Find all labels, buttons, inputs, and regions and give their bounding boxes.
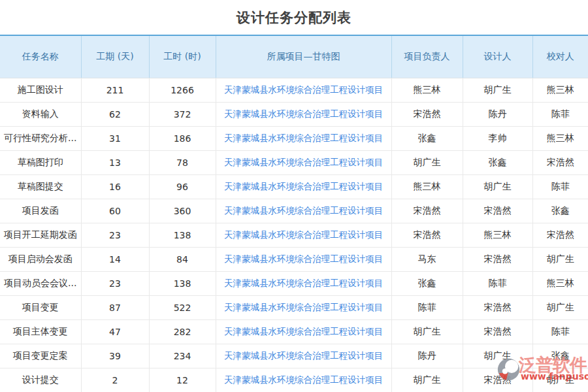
- task-name-cell: 项目主体变更: [0, 319, 81, 344]
- project-manager-cell: 张鑫: [391, 271, 463, 295]
- project-gantt-link[interactable]: 天津蒙城县水环境综合治理工程设计项目: [224, 133, 383, 143]
- task-name-cell: 设计提交: [0, 368, 81, 392]
- task-name-cell: 项目变更: [0, 295, 81, 319]
- project-gantt-link[interactable]: 天津蒙城县水环境综合治理工程设计项目: [224, 181, 383, 191]
- column-header-6: 校对人: [532, 35, 588, 78]
- table-row: 项目动员会会议...23138天津蒙城县水环境综合治理工程设计项目张鑫陈菲熊三林: [0, 271, 588, 295]
- project-manager-cell: 宋浩然: [391, 223, 463, 247]
- table-row: 施工图设计2111266天津蒙城县水环境综合治理工程设计项目熊三林胡广生熊三林: [0, 78, 588, 102]
- designer-cell: 熊三林: [463, 223, 532, 247]
- task-name-cell: 可行性研究分析...: [0, 126, 81, 150]
- table-row: 项目变更定案39234天津蒙城县水环境综合治理工程设计项目陈丹胡广生张鑫: [0, 344, 588, 368]
- designer-cell: 宋浩然: [463, 368, 532, 392]
- proofreader-cell: 熊三林: [532, 271, 588, 295]
- project-gantt-link[interactable]: 天津蒙城县水环境综合治理工程设计项目: [224, 205, 383, 216]
- designer-cell: 李帅: [463, 126, 532, 150]
- project-cell: 天津蒙城县水环境综合治理工程设计项目: [216, 295, 391, 319]
- project-cell: 天津蒙城县水环境综合治理工程设计项目: [216, 150, 391, 174]
- project-cell: 天津蒙城县水环境综合治理工程设计项目: [216, 319, 391, 344]
- project-cell: 天津蒙城县水环境综合治理工程设计项目: [216, 174, 391, 199]
- project-gantt-link[interactable]: 天津蒙城县水环境综合治理工程设计项目: [224, 302, 383, 312]
- work-hours-cell: 12: [149, 368, 216, 392]
- proofreader-cell: 胡广生: [532, 295, 588, 319]
- proofreader-cell: 陈菲: [532, 174, 588, 199]
- project-cell: 天津蒙城县水环境综合治理工程设计项目: [216, 247, 391, 271]
- proofreader-cell: 胡广生: [532, 368, 588, 392]
- work-hours-cell: 360: [149, 199, 216, 223]
- work-hours-cell: 84: [149, 247, 216, 271]
- work-hours-cell: 282: [149, 319, 216, 344]
- project-gantt-link[interactable]: 天津蒙城县水环境综合治理工程设计项目: [224, 326, 383, 336]
- duration-days-cell: 16: [81, 174, 149, 199]
- task-name-cell: 项目变更定案: [0, 344, 81, 368]
- project-manager-cell: 胡广生: [391, 319, 463, 344]
- work-hours-cell: 96: [149, 174, 216, 199]
- table-row: 草稿图提交1696天津蒙城县水环境综合治理工程设计项目熊三林胡广生陈菲: [0, 174, 588, 199]
- project-gantt-link[interactable]: 天津蒙城县水环境综合治理工程设计项目: [224, 229, 383, 240]
- project-cell: 天津蒙城县水环境综合治理工程设计项目: [216, 271, 391, 295]
- task-name-cell: 草稿图提交: [0, 174, 81, 199]
- designer-cell: 胡广生: [463, 174, 532, 199]
- project-manager-cell: 熊三林: [391, 174, 463, 199]
- table-row: 项目开工延期发函23138天津蒙城县水环境综合治理工程设计项目宋浩然熊三林宋浩然: [0, 223, 588, 247]
- table-row: 可行性研究分析...31186天津蒙城县水环境综合治理工程设计项目张鑫李帅熊三林: [0, 126, 588, 150]
- task-name-cell: 项目发函: [0, 199, 81, 223]
- project-gantt-link[interactable]: 天津蒙城县水环境综合治理工程设计项目: [224, 253, 383, 264]
- project-manager-cell: 胡广生: [391, 368, 463, 392]
- project-cell: 天津蒙城县水环境综合治理工程设计项目: [216, 223, 391, 247]
- work-hours-cell: 186: [149, 126, 216, 150]
- proofreader-cell: 宋浩然: [532, 223, 588, 247]
- column-header-1: 工期 (天): [81, 35, 149, 78]
- project-gantt-link[interactable]: 天津蒙城县水环境综合治理工程设计项目: [224, 278, 383, 288]
- column-header-3: 所属项目—甘特图: [216, 35, 391, 78]
- proofreader-cell: 陈菲: [532, 319, 588, 344]
- duration-days-cell: 2: [81, 368, 149, 392]
- designer-cell: 胡广生: [463, 78, 532, 102]
- work-hours-cell: 1266: [149, 78, 216, 102]
- task-name-cell: 资料输入: [0, 102, 81, 126]
- page-title: 设计任务分配列表: [237, 8, 351, 27]
- proofreader-cell: 陈菲: [532, 102, 588, 126]
- project-manager-cell: 宋浩然: [391, 102, 463, 126]
- task-name-cell: 草稿图打印: [0, 150, 81, 174]
- work-hours-cell: 78: [149, 150, 216, 174]
- duration-days-cell: 47: [81, 319, 149, 344]
- table-row: 项目启动会发函1484天津蒙城县水环境综合治理工程设计项目马东宋浩然胡广生: [0, 247, 588, 271]
- table-row: 项目主体变更47282天津蒙城县水环境综合治理工程设计项目胡广生宋浩然陈菲: [0, 319, 588, 344]
- table-header: 任务名称工期 (天)工时 (时)所属项目—甘特图项目负责人设计人校对人: [0, 35, 588, 78]
- project-cell: 天津蒙城县水环境综合治理工程设计项目: [216, 199, 391, 223]
- designer-cell: 宋浩然: [463, 247, 532, 271]
- work-hours-cell: 138: [149, 271, 216, 295]
- designer-cell: 宋浩然: [463, 319, 532, 344]
- project-cell: 天津蒙城县水环境综合治理工程设计项目: [216, 102, 391, 126]
- designer-cell: 张鑫: [463, 150, 532, 174]
- designer-cell: 陈丹: [463, 102, 532, 126]
- designer-cell: 陈菲: [463, 271, 532, 295]
- table-row: 项目变更87522天津蒙城县水环境综合治理工程设计项目陈菲宋浩然胡广生: [0, 295, 588, 319]
- project-gantt-link[interactable]: 天津蒙城县水环境综合治理工程设计项目: [224, 350, 383, 361]
- proofreader-cell: 胡广生: [532, 247, 588, 271]
- proofreader-cell: 张鑫: [532, 344, 588, 368]
- project-gantt-link[interactable]: 天津蒙城县水环境综合治理工程设计项目: [224, 374, 383, 385]
- proofreader-cell: 张鑫: [532, 199, 588, 223]
- proofreader-cell: 宋浩然: [532, 150, 588, 174]
- proofreader-cell: 熊三林: [532, 126, 588, 150]
- work-hours-cell: 234: [149, 344, 216, 368]
- project-manager-cell: 张鑫: [391, 126, 463, 150]
- column-header-2: 工时 (时): [149, 35, 216, 78]
- column-header-0: 任务名称: [0, 35, 81, 78]
- table-body: 施工图设计2111266天津蒙城县水环境综合治理工程设计项目熊三林胡广生熊三林资…: [0, 78, 588, 392]
- project-gantt-link[interactable]: 天津蒙城县水环境综合治理工程设计项目: [224, 108, 383, 119]
- project-manager-cell: 熊三林: [391, 78, 463, 102]
- table-row: 设计提交212天津蒙城县水环境综合治理工程设计项目胡广生宋浩然胡广生: [0, 368, 588, 392]
- project-gantt-link[interactable]: 天津蒙城县水环境综合治理工程设计项目: [224, 84, 383, 95]
- duration-days-cell: 87: [81, 295, 149, 319]
- task-name-cell: 项目动员会会议...: [0, 271, 81, 295]
- duration-days-cell: 13: [81, 150, 149, 174]
- project-gantt-link[interactable]: 天津蒙城县水环境综合治理工程设计项目: [224, 157, 383, 167]
- table-row: 资料输入62372天津蒙城县水环境综合治理工程设计项目宋浩然陈丹陈菲: [0, 102, 588, 126]
- designer-cell: 宋浩然: [463, 199, 532, 223]
- project-cell: 天津蒙城县水环境综合治理工程设计项目: [216, 78, 391, 102]
- project-manager-cell: 陈菲: [391, 295, 463, 319]
- duration-days-cell: 211: [81, 78, 149, 102]
